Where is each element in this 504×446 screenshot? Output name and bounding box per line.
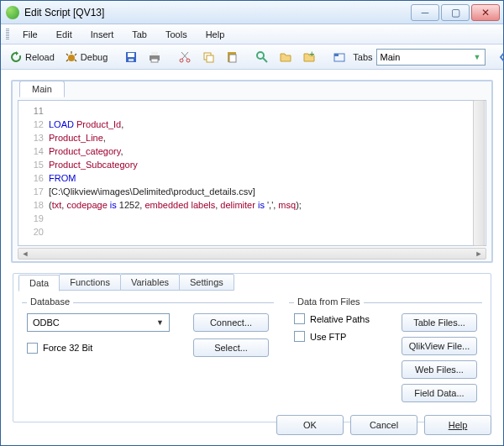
help-button[interactable]: Help [424, 415, 491, 435]
titlebar[interactable]: Edit Script [QV13] ─ ▢ ✕ [1, 1, 503, 24]
code-content: LOAD Product_Id, [49, 118, 123, 131]
code-line[interactable]: 15 Product_Subcategory [18, 158, 486, 171]
gutter-line-number: 19 [18, 212, 49, 225]
database-group: Database ODBC ▼ Connect... Force 32 Bit … [22, 302, 274, 402]
database-type-value: ODBC [33, 317, 60, 328]
svg-rect-3 [129, 59, 134, 61]
copy-button[interactable] [198, 49, 218, 66]
minimize-button[interactable]: ─ [411, 4, 439, 21]
cut-button[interactable] [175, 49, 195, 66]
menu-insert[interactable]: Insert [82, 28, 123, 41]
qlikview-file-button[interactable]: QlikView File... [402, 337, 477, 355]
svg-point-7 [180, 59, 183, 62]
menu-tools[interactable]: Tools [157, 28, 196, 41]
code-content: [C:\Qlikview\images\Delimited\product_de… [49, 185, 255, 198]
menu-help[interactable]: Help [197, 28, 234, 41]
tab-functions[interactable]: Functions [59, 274, 121, 291]
table-files-button[interactable]: Table Files... [402, 313, 477, 332]
reload-icon [9, 50, 23, 64]
svg-rect-12 [229, 55, 236, 62]
chevron-down-icon: ▼ [156, 318, 164, 327]
code-line[interactable]: 20 [18, 225, 486, 239]
code-line[interactable]: 17[C:\Qlikview\images\Delimited\product_… [18, 185, 486, 198]
svg-point-13 [257, 52, 264, 59]
use-ftp-label: Use FTP [310, 332, 346, 342]
lower-tabs: Data Functions Variables Settings [18, 274, 482, 291]
folder-icon [279, 50, 292, 64]
code-content: FROM [49, 171, 76, 185]
close-button[interactable]: ✕ [471, 4, 500, 21]
ok-button[interactable]: OK [276, 415, 344, 435]
app-icon [6, 6, 19, 19]
code-line[interactable]: 16FROM [18, 171, 486, 185]
cancel-button[interactable]: Cancel [350, 415, 417, 435]
connect-button[interactable]: Connect... [193, 313, 269, 332]
menu-tab[interactable]: Tab [123, 28, 155, 41]
files-group: Data from Files Relative Paths Use FTP T… [289, 302, 482, 402]
tab-icon [333, 50, 346, 64]
gutter-line-number: 17 [18, 185, 49, 198]
debug-label: Debug [81, 52, 108, 62]
svg-point-0 [68, 55, 75, 61]
web-files-button[interactable]: Web Files... [402, 360, 477, 379]
menu-edit[interactable]: Edit [48, 28, 81, 41]
gutter-line-number: 20 [18, 225, 49, 239]
open-folder-button[interactable] [276, 49, 296, 66]
editor-tab-host: Main [19, 81, 65, 97]
tab-icon-button[interactable] [329, 49, 349, 66]
tab-shift-left-icon [499, 50, 504, 64]
debug-button[interactable]: Debug [61, 49, 111, 66]
print-button[interactable] [144, 49, 165, 66]
scroll-left-icon: ◄ [20, 249, 30, 258]
code-content: Product_category, [49, 144, 123, 158]
code-line[interactable]: 11 [18, 104, 486, 118]
relative-paths-label: Relative Paths [310, 314, 370, 324]
folder-plus-icon: + [302, 50, 316, 64]
save-button[interactable] [121, 49, 141, 66]
copy-icon [202, 50, 215, 64]
tabs-dropdown[interactable]: Main ▼ [376, 49, 486, 66]
svg-rect-2 [128, 53, 134, 57]
svg-rect-6 [151, 59, 158, 62]
reload-button[interactable]: Reload [6, 49, 58, 66]
gutter-line-number: 12 [18, 118, 49, 131]
use-ftp-checkbox[interactable] [294, 331, 305, 342]
gutter-line-number: 11 [18, 104, 49, 118]
search-icon [255, 50, 269, 64]
gutter-line-number: 14 [18, 144, 49, 158]
relative-paths-checkbox[interactable] [294, 313, 305, 324]
files-legend: Data from Files [294, 296, 364, 307]
svg-text:+: + [309, 50, 314, 59]
code-content: Product_Subcategory [49, 158, 138, 171]
svg-rect-16 [334, 54, 339, 56]
menu-file[interactable]: File [14, 28, 46, 41]
gutter-line-number: 16 [18, 171, 49, 185]
menubar: File Edit Insert Tab Tools Help [1, 24, 503, 45]
code-line[interactable]: 14 Product_category, [18, 144, 486, 158]
window-title: Edit Script [QV13] [24, 7, 411, 18]
field-data-button[interactable]: Field Data... [402, 384, 477, 402]
include-button[interactable]: + [299, 49, 319, 66]
database-type-dropdown[interactable]: ODBC ▼ [27, 313, 170, 332]
code-editor[interactable]: 1112LOAD Product_Id,13 Product_Line,14 P… [18, 100, 486, 246]
vertical-scrollbar[interactable] [473, 100, 485, 246]
select-button[interactable]: Select... [193, 338, 269, 357]
code-line[interactable]: 19 [18, 212, 486, 225]
maximize-button[interactable]: ▢ [441, 4, 470, 21]
editor-tab-main[interactable]: Main [19, 81, 65, 97]
paste-button[interactable] [222, 49, 242, 66]
code-line[interactable]: 13 Product_Line, [18, 131, 486, 144]
tabs-value: Main [381, 52, 401, 62]
menubar-grip [6, 29, 9, 40]
tab-variables[interactable]: Variables [120, 274, 180, 291]
search-button[interactable] [252, 49, 272, 66]
code-line[interactable]: 12LOAD Product_Id, [18, 118, 486, 131]
tab-settings[interactable]: Settings [179, 274, 234, 291]
tab-prev-button[interactable] [496, 49, 504, 66]
svg-rect-5 [151, 52, 158, 55]
code-line[interactable]: 18(txt, codepage is 1252, embedded label… [18, 198, 486, 212]
tab-data[interactable]: Data [18, 275, 60, 291]
gutter-line-number: 13 [18, 131, 49, 144]
force-32bit-checkbox[interactable] [27, 343, 38, 354]
horizontal-scrollbar[interactable]: ◄ ► [18, 248, 486, 260]
